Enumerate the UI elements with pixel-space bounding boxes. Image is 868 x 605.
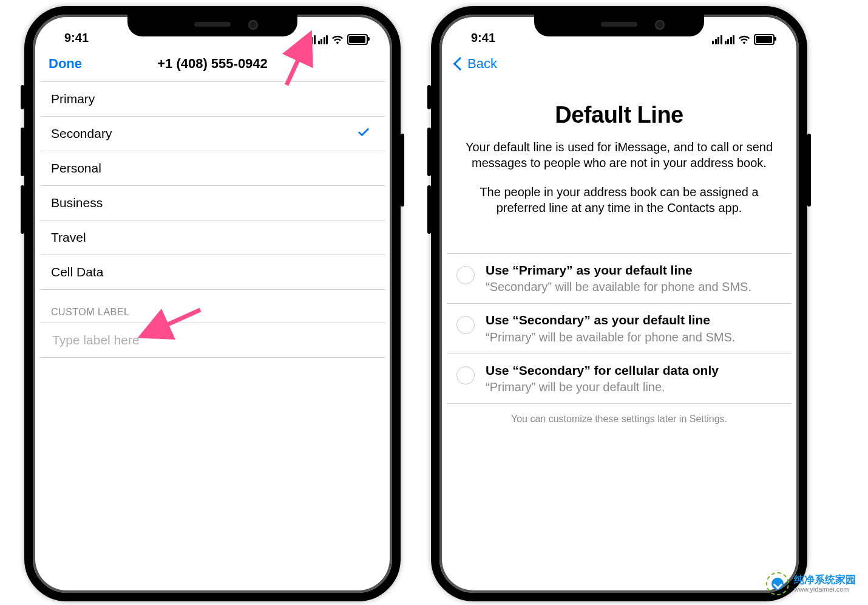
- back-label: Back: [467, 56, 497, 72]
- wifi-icon: [331, 35, 344, 44]
- screen-left: 9:41 Done +1 (408) 555-0942 PrimarySecon…: [40, 22, 385, 586]
- battery-icon: [347, 34, 368, 45]
- custom-label-header: CUSTOM LABEL: [40, 290, 385, 323]
- default-line-content: Default Line Your default line is used f…: [447, 81, 792, 586]
- power-button: [807, 134, 811, 207]
- dual-signal-icon: [712, 35, 734, 44]
- description-1: Your default line is used for iMessage, …: [459, 139, 779, 171]
- radio-icon: [456, 366, 475, 385]
- watermark-logo-icon: [766, 572, 789, 595]
- watermark-url: www.yidaimei.com: [794, 586, 856, 593]
- wifi-icon: [738, 35, 750, 44]
- option-subtitle: “Secondary” will be available for phone …: [486, 279, 781, 295]
- notch: [127, 12, 297, 36]
- annotation-arrow-icon: [146, 304, 206, 343]
- option-subtitle: “Primary” will be available for phone an…: [486, 330, 781, 345]
- label-row[interactable]: Secondary: [40, 117, 385, 151]
- screen-right: 9:41 Back Default Line Your default line…: [447, 22, 792, 586]
- label-row[interactable]: Business: [40, 186, 385, 220]
- label-text: Personal: [51, 161, 101, 176]
- battery-icon: [754, 34, 775, 45]
- checkmark-icon: [357, 126, 370, 142]
- radio-icon: [456, 316, 475, 334]
- default-line-option[interactable]: Use “Primary” as your default line“Secon…: [447, 253, 792, 303]
- default-line-option[interactable]: Use “Secondary” as your default line“Pri…: [447, 303, 792, 353]
- power-button: [401, 134, 404, 207]
- status-time: 9:41: [471, 31, 495, 45]
- option-subtitle: “Primary” will be your default line.: [486, 380, 781, 395]
- watermark-name: 纯净系统家园: [794, 575, 856, 585]
- svg-line-0: [287, 46, 305, 85]
- label-picker-content: PrimarySecondaryPersonalBusinessTravelCe…: [40, 82, 385, 586]
- status-icons: [712, 34, 775, 45]
- headline-title: Default Line: [459, 102, 779, 128]
- navigation-bar: Done +1 (408) 555-0942: [40, 46, 385, 82]
- footnote: You can customize these settings later i…: [447, 403, 792, 434]
- label-row[interactable]: Primary: [40, 82, 385, 117]
- radio-icon: [456, 266, 475, 284]
- label-row[interactable]: Travel: [40, 220, 385, 255]
- label-text: Cell Data: [51, 265, 103, 279]
- back-button[interactable]: Back: [455, 56, 497, 72]
- label-row[interactable]: Cell Data: [40, 255, 385, 290]
- svg-line-1: [153, 310, 200, 331]
- navigation-bar: Back: [447, 46, 792, 81]
- option-title: Use “Secondary” for cellular data only: [486, 363, 781, 378]
- notch: [534, 12, 704, 36]
- phone-mockup-right: 9:41 Back Default Line Your default line…: [431, 6, 807, 601]
- page-title: +1 (408) 555-0942: [157, 56, 268, 72]
- description-2: The people in your address book can be a…: [459, 184, 779, 216]
- option-title: Use “Primary” as your default line: [486, 262, 781, 278]
- phone-mockup-left: 9:41 Done +1 (408) 555-0942 PrimarySecon…: [24, 6, 401, 601]
- watermark: 纯净系统家园 www.yidaimei.com: [766, 572, 856, 595]
- label-text: Primary: [51, 92, 95, 106]
- headline-block: Default Line Your default line is used f…: [447, 81, 792, 253]
- label-row[interactable]: Personal: [40, 151, 385, 186]
- label-text: Travel: [51, 230, 86, 245]
- default-line-option[interactable]: Use “Secondary” for cellular data only“P…: [447, 354, 792, 403]
- annotation-arrow-icon: [279, 36, 316, 94]
- chevron-left-icon: [453, 57, 467, 71]
- done-button[interactable]: Done: [49, 56, 82, 72]
- option-title: Use “Secondary” as your default line: [486, 312, 781, 328]
- label-text: Secondary: [51, 126, 112, 141]
- status-time: 9:41: [64, 31, 89, 45]
- custom-label-input-row[interactable]: [40, 323, 385, 358]
- custom-label-input[interactable]: [51, 332, 374, 348]
- label-text: Business: [51, 196, 103, 210]
